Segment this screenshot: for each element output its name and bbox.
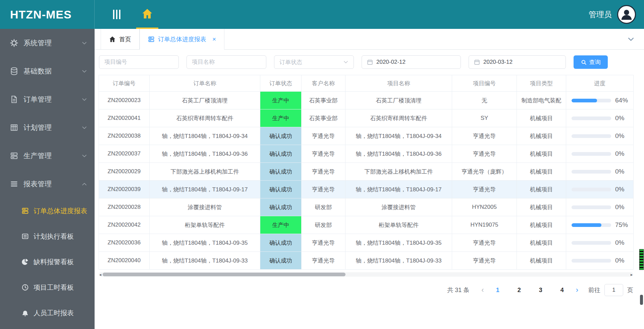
pagination-goto-input[interactable]	[604, 284, 623, 296]
sidebar-subitem-5-4[interactable]: 人员工时报表	[0, 300, 95, 326]
search-icon	[581, 59, 587, 65]
scroll-left-arrow-icon[interactable]: ◂	[99, 272, 101, 277]
sidebar-item-3[interactable]: 计划管理	[0, 113, 95, 142]
status-badge: 确认成功	[260, 234, 302, 252]
project-no-input[interactable]	[99, 55, 179, 69]
vertical-scrollbar-thumb[interactable]	[640, 295, 643, 305]
cell-order_no: ZN20020023	[99, 92, 150, 109]
cell-customer: 亨通光导	[302, 181, 345, 198]
sidebar-item-1[interactable]: 基础数据	[0, 57, 95, 85]
cell-order_no: ZN20020037	[99, 145, 150, 163]
pagination-page-2[interactable]: 2	[516, 287, 523, 294]
sidebar-item-label: 订单管理	[23, 95, 52, 104]
progress-bar	[572, 259, 611, 263]
project-name-input[interactable]	[186, 55, 266, 69]
table-row[interactable]: ZN20020036轴，烧结T1804轴，T1804J-09-35确认成功亨通光…	[99, 234, 634, 252]
scroll-right-arrow-icon[interactable]: ▸	[631, 272, 633, 277]
sidebar-item-label: 计划管理	[23, 123, 52, 132]
cell-order_name: 轴，烧结T1804轴，T1804J-09-35	[150, 234, 260, 252]
cell-order_name: 轴，烧结T1804轴，T1804J-09-36	[150, 145, 260, 163]
cell-customer: 石英事业部	[302, 92, 345, 109]
cell-order_no: ZN20020042	[99, 216, 150, 234]
table-row[interactable]: ZN20020029下部激光器上移机构加工件确认成功亨通光导下部激光器上移机构加…	[99, 163, 634, 181]
sidebar-subitem-5-1[interactable]: 计划执行看板	[0, 224, 95, 249]
horizontal-scrollbar[interactable]: ◂ ▸	[99, 272, 633, 277]
search-button[interactable]: 查询	[574, 55, 608, 69]
sidebar-item-2[interactable]: 订单管理	[0, 85, 95, 113]
progress-value: 0%	[615, 257, 624, 264]
gear-icon	[10, 39, 18, 47]
sidebar-item-0[interactable]: 系统管理	[0, 29, 95, 57]
tab-bar: 首页订单总体进度报表×	[95, 29, 644, 50]
hamburger-icon	[111, 9, 122, 20]
progress-value: 75%	[615, 221, 628, 229]
status-badge: 确认成功	[260, 181, 302, 198]
progress-bar	[572, 241, 611, 245]
pagination: 共 31 条 ‹ 1234 › 前往 页	[99, 284, 633, 296]
collapse-menu-button[interactable]	[107, 0, 127, 29]
cell-project_no: SY	[452, 109, 517, 127]
chevron-down-icon	[82, 181, 87, 187]
cell-progress: 0%	[566, 252, 634, 270]
orders-progress-table: 订单编号订单名称订单状态客户名称项目名称项目编号项目类型进度 ZN2002002…	[99, 75, 634, 270]
table-row[interactable]: ZN20020042桁架单轨等配件生产中研发部桁架单轨等配件HYN19075机械…	[99, 216, 634, 234]
cell-progress: 75%	[566, 216, 634, 234]
chevron-down-icon	[82, 68, 87, 74]
cell-project_no: HYN19075	[452, 216, 517, 234]
pagination-prev-button[interactable]: ‹	[481, 286, 484, 294]
cell-order_no: ZN20020038	[99, 127, 150, 145]
avatar[interactable]	[617, 5, 636, 24]
sidebar-subitem-5-2[interactable]: 缺料报警看板	[0, 249, 95, 275]
status-badge: 确认成功	[260, 163, 302, 181]
horizontal-scrollbar-thumb[interactable]	[103, 273, 345, 276]
sidebar-item-label: 基础数据	[23, 66, 52, 76]
home-button[interactable]	[136, 0, 158, 29]
tab-1[interactable]: 订单总体进度报表×	[140, 29, 224, 50]
date-from-picker[interactable]: 2020-02-12	[362, 55, 461, 69]
cell-project_name: 轴，烧结T1804轴，T1804J-09-34	[345, 127, 452, 145]
cell-order_name: 涂覆接进料管	[150, 198, 260, 216]
table-row[interactable]: ZN20020023石英工厂楼顶清理生产中石英事业部石英工厂楼顶清理无制造部电气…	[99, 92, 634, 109]
table-row[interactable]: ZN20020028涂覆接进料管确认成功研发部涂覆接进料管HYN2005机械项目…	[99, 198, 634, 216]
sidebar-subitem-5-0[interactable]: 订单总体进度报表	[0, 198, 95, 224]
sidebar-item-4[interactable]: 生产管理	[0, 142, 95, 170]
close-icon[interactable]: ×	[212, 36, 216, 43]
cell-order_no: ZN20020039	[99, 181, 150, 198]
cell-project_no: 亨通光导	[452, 127, 517, 145]
status-badge: 生产中	[260, 109, 302, 127]
tab-list-dropdown[interactable]	[627, 36, 635, 43]
sidebar-subitem-5-3[interactable]: 项目工时看板	[0, 275, 95, 300]
table-row[interactable]: ZN20020040轴，烧结T1804轴，T1804J-09-33确认成功亨通光…	[99, 252, 634, 270]
table-row[interactable]: ZN20020041石英织寄样周转车配件生产中石英事业部石英织寄样周转车配件SY…	[99, 109, 634, 127]
table-row[interactable]: ZN20020038轴，烧结T1804轴，T1804J-09-34确认成功亨通光…	[99, 127, 634, 145]
cell-project_type: 机械项目	[517, 181, 566, 198]
cell-project_type: 机械项目	[517, 216, 566, 234]
pagination-next-button[interactable]: ›	[576, 286, 578, 294]
cell-project_no: 亨通光导	[452, 145, 517, 163]
cell-project_no: 亨通光导	[452, 181, 517, 198]
status-badge: 确认成功	[260, 127, 302, 145]
pagination-page-1[interactable]: 1	[494, 287, 501, 294]
date-to-picker[interactable]: 2020-03-12	[469, 55, 566, 69]
cell-progress: 0%	[566, 163, 634, 181]
pagination-page-3[interactable]: 3	[537, 287, 544, 294]
column-header: 进度	[566, 75, 634, 92]
cell-project_name: 轴，烧结T1804轴，T1804J-09-36	[345, 145, 452, 163]
tab-0[interactable]: 首页	[101, 29, 140, 50]
pagination-page-4[interactable]: 4	[558, 287, 566, 294]
cell-project_no: 亨通光导	[452, 252, 517, 270]
table-header-row: 订单编号订单名称订单状态客户名称项目名称项目编号项目类型进度	[99, 75, 634, 92]
staff-hours-icon	[21, 309, 29, 317]
status-badge: 生产中	[260, 92, 302, 109]
calendar-icon	[367, 59, 373, 65]
list-icon	[148, 36, 155, 43]
chevron-down-icon	[82, 153, 87, 159]
table-row[interactable]: ZN20020037轴，烧结T1804轴，T1804J-09-36确认成功亨通光…	[99, 145, 634, 163]
cell-project_type: 机械项目	[517, 198, 566, 216]
order-status-select[interactable]: 订单状态	[274, 55, 354, 69]
home-icon	[142, 8, 153, 19]
table-row[interactable]: ZN20020039轴，烧结T1804轴，T1804J-09-17确认成功亨通光…	[99, 181, 634, 198]
sidebar-item-5[interactable]: 报表管理	[0, 170, 95, 198]
date-to-value: 2020-03-12	[483, 59, 513, 65]
progress-value: 0%	[615, 132, 624, 140]
